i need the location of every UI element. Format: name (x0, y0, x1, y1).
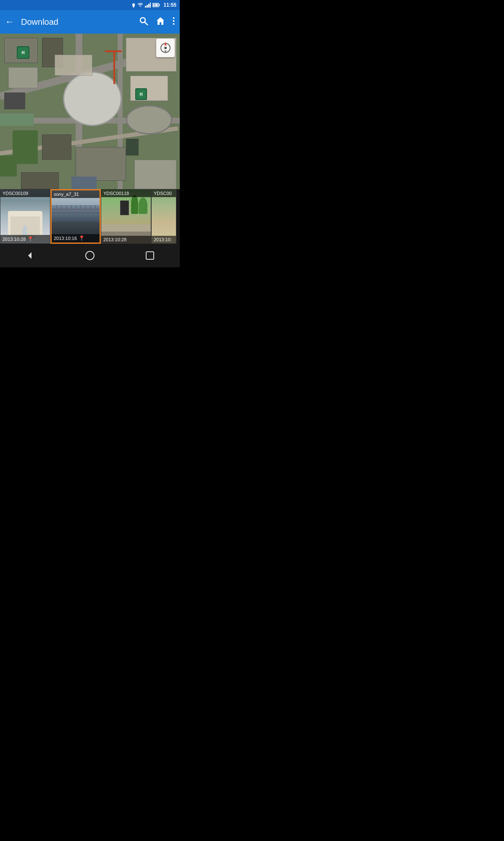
signal-icon (145, 3, 151, 8)
svg-marker-15 (28, 252, 32, 259)
photo-footer: 2013:10:28 📍 (0, 235, 50, 243)
svg-rect-17 (146, 252, 154, 259)
location-pin-icon: 📍 (27, 236, 34, 242)
photo-item[interactable]: YDSC00109 2013:10:28 📍 (0, 189, 50, 244)
svg-rect-2 (145, 6, 146, 8)
more-button[interactable] (173, 17, 175, 27)
photo-item-selected[interactable]: sony_a7_31 2013:10:16 📍 (50, 189, 101, 244)
compass-south (164, 50, 167, 54)
svg-marker-11 (157, 17, 164, 25)
svg-line-10 (145, 22, 148, 25)
battery-icon (152, 3, 160, 8)
svg-rect-7 (159, 4, 160, 6)
home-nav-button[interactable] (80, 245, 100, 266)
photo-label-4: YDSC00 (152, 190, 176, 197)
home-button[interactable] (156, 16, 165, 28)
photo-strip[interactable]: YDSC00109 2013:10:28 📍 sony_a7_31 (0, 189, 180, 244)
svg-point-16 (86, 251, 94, 260)
photo-label-3: YDSC00118 (101, 190, 151, 197)
compass-button[interactable] (156, 39, 175, 57)
map-view[interactable]: H H (0, 34, 180, 189)
back-nav-button[interactable] (20, 245, 40, 266)
photo-date-4: 2013:10: (154, 237, 172, 242)
photo-date-3: 2013:10:28 (103, 237, 126, 242)
photo-date: 2013:10:28 (3, 237, 26, 242)
map-container[interactable]: H H Long press on the map or drag the ma… (0, 34, 180, 189)
photo-footer-3: 2013:10:28 (101, 236, 151, 243)
svg-rect-5 (150, 3, 151, 8)
svg-point-14 (173, 23, 175, 25)
compass-center (164, 47, 167, 49)
photo-label-selected: sony_a7_31 (52, 190, 100, 198)
svg-point-13 (173, 20, 175, 22)
page-title: Download (21, 17, 132, 27)
search-button[interactable] (139, 16, 148, 28)
top-bar: ← Download (0, 10, 180, 34)
status-icons: 11:55 (131, 2, 176, 8)
svg-point-12 (173, 17, 175, 19)
location-pin-icon-selected: 📍 (79, 235, 85, 241)
photo-footer-4: 2013:10: (152, 236, 176, 243)
recent-nav-button[interactable] (140, 245, 160, 266)
back-button[interactable]: ← (5, 16, 14, 27)
status-bar: 11:55 (0, 0, 180, 10)
photo-date-selected: 2013:10:16 (54, 236, 77, 241)
location-icon (131, 3, 136, 8)
photo-label: YDSC00109 (0, 190, 50, 197)
photo-footer-selected: 2013:10:16 📍 (52, 234, 100, 243)
compass-north (164, 42, 167, 45)
wifi-icon (137, 3, 143, 8)
status-time: 11:55 (163, 2, 176, 8)
svg-rect-3 (147, 5, 148, 8)
svg-rect-4 (148, 4, 150, 8)
nav-bar (0, 244, 180, 267)
compass-icon (160, 43, 171, 53)
photo-item-4[interactable]: YDSC00 2013:10: (151, 189, 176, 244)
top-bar-icons (139, 16, 175, 28)
svg-marker-1 (132, 5, 135, 8)
photo-item-3[interactable]: YDSC00118 2013:10:28 (101, 189, 151, 244)
